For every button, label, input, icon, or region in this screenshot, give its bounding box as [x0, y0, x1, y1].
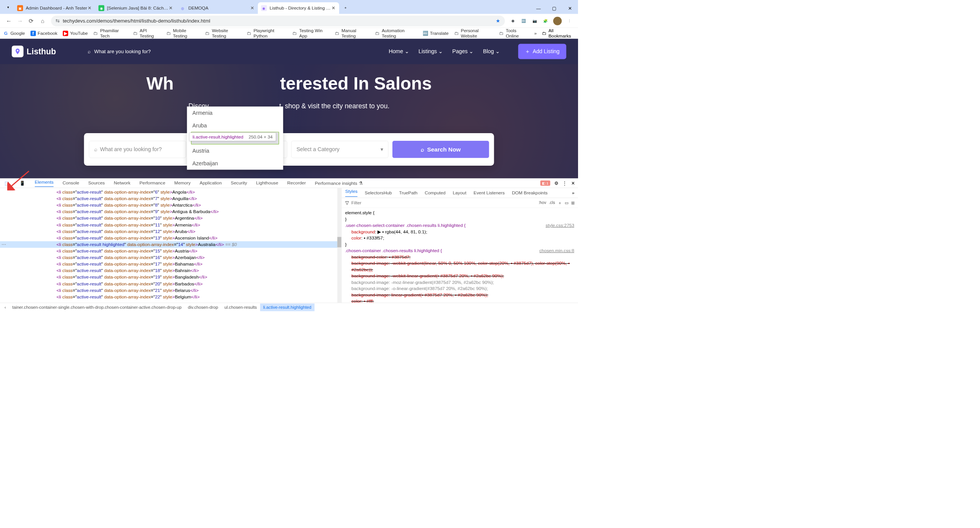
bookmark-star-icon[interactable]: ★: [496, 18, 500, 24]
puzzle-icon[interactable]: 🧩: [540, 15, 551, 26]
nav-pages[interactable]: Pages⌄: [452, 48, 473, 55]
search-now-button[interactable]: ⌕Search Now: [392, 141, 489, 158]
tab-console[interactable]: Console: [63, 181, 79, 186]
site-info-icon[interactable]: ⇆: [56, 18, 60, 24]
bookmark-google[interactable]: GGoogle: [3, 31, 25, 36]
nav-listings[interactable]: Listings⌄: [418, 48, 443, 55]
more-icon[interactable]: ⋮: [562, 181, 567, 186]
browser-tab-0[interactable]: ▣ Admin Dashboard - Anh Tester ✕: [14, 2, 95, 14]
back-button[interactable]: ←: [3, 15, 14, 26]
dropdown-item[interactable]: Austria: [187, 144, 283, 157]
bookmark-folder[interactable]: 🗀Playwright Python: [247, 28, 287, 38]
scrollbar[interactable]: [337, 188, 341, 303]
bookmark-folder[interactable]: 🗀Mobile Testing: [166, 28, 199, 38]
computed-icon[interactable]: ▭: [565, 200, 568, 205]
more-icon[interactable]: »: [572, 190, 575, 196]
home-button[interactable]: ⌂: [37, 15, 48, 26]
breadcrumb-item-active[interactable]: li.active-result.highlighted: [260, 303, 314, 311]
tab-network[interactable]: Network: [114, 181, 130, 186]
bookmark-folder[interactable]: 🗀API Testing: [133, 28, 161, 38]
bookmark-folder[interactable]: 🗀Tools Online: [499, 28, 529, 38]
tab-application[interactable]: Application: [200, 181, 222, 186]
site-header: Listhub ⌕ What are you looking for? Home…: [0, 39, 578, 64]
devtools-tabs: ⬚ 📱 Elements Console Sources Network Per…: [0, 179, 578, 188]
tab-styles[interactable]: Styles: [345, 189, 358, 197]
close-icon[interactable]: ✕: [250, 6, 255, 11]
tab-selectorshub[interactable]: SelectorsHub: [365, 190, 392, 196]
minimize-button[interactable]: —: [531, 3, 546, 14]
nav-blog[interactable]: Blog⌄: [483, 48, 500, 55]
breadcrumb-item[interactable]: tainer.chosen-container-single.chosen-wi…: [9, 303, 185, 311]
forward-button[interactable]: →: [15, 15, 26, 26]
elements-tree[interactable]: <li class="active-result" data-option-ar…: [0, 188, 341, 303]
nav-home[interactable]: Home⌄: [389, 48, 409, 55]
new-rule-icon[interactable]: ＋: [558, 200, 562, 205]
bookmark-folder[interactable]: 🗀Manual Testing: [335, 28, 369, 38]
filter-input[interactable]: [351, 200, 536, 205]
tab-sources[interactable]: Sources: [88, 181, 105, 186]
header-search[interactable]: ⌕ What are you looking for?: [88, 49, 151, 54]
error-badge[interactable]: ◧ 1: [540, 181, 550, 186]
bookmark-folder[interactable]: 🗀Website Testing: [205, 28, 242, 38]
profile-avatar[interactable]: [553, 16, 562, 25]
tab-lighthouse[interactable]: Lighthouse: [256, 181, 278, 186]
toggle-icon[interactable]: ⊞: [571, 200, 575, 205]
close-icon[interactable]: ✕: [87, 6, 92, 11]
close-devtools-icon[interactable]: ✕: [571, 181, 575, 186]
tab-eventlisteners[interactable]: Event Listeners: [474, 190, 505, 196]
hov-toggle[interactable]: :hov: [539, 200, 546, 205]
tab-title: Admin Dashboard - Anh Tester: [26, 5, 87, 11]
tab-performance[interactable]: Performance: [139, 181, 165, 186]
tab-insights[interactable]: Performance insights ⚗: [315, 181, 363, 186]
extensions-icon[interactable]: ⬢: [508, 15, 518, 26]
tab-security[interactable]: Security: [231, 181, 247, 186]
address-bar[interactable]: ⇆ techydevs.com/demos/themes/html/listhu…: [51, 15, 505, 26]
bookmark-folder[interactable]: 🗀Personal Website: [454, 28, 493, 38]
tab-truepath[interactable]: TruePath: [399, 190, 417, 196]
reload-button[interactable]: ⟳: [26, 15, 37, 26]
translate-icon[interactable]: 🔤: [518, 15, 529, 26]
close-icon[interactable]: ✕: [331, 6, 336, 11]
add-listing-button[interactable]: ＋Add Listing: [518, 44, 566, 59]
maximize-button[interactable]: ▢: [546, 3, 562, 14]
chevron-down-icon: ⌄: [469, 48, 474, 55]
menu-icon[interactable]: ⋮: [564, 15, 575, 26]
tab-computed[interactable]: Computed: [425, 190, 445, 196]
bookmarks-overflow[interactable]: »: [534, 31, 537, 36]
browser-tab-3[interactable]: ◉ Listhub - Directory & Listing HTML5 T.…: [258, 2, 339, 14]
tab-elements[interactable]: Elements: [35, 179, 54, 187]
category-select[interactable]: Select a Category▾: [291, 141, 389, 158]
search-input[interactable]: ⌕What are you looking for?: [89, 141, 186, 158]
lens-icon[interactable]: 📷: [529, 15, 540, 26]
dropdown-item[interactable]: Aruba: [187, 119, 283, 132]
bookmark-translate[interactable]: 🔤Translate: [423, 31, 449, 36]
cls-toggle[interactable]: .cls: [549, 200, 555, 205]
browser-tab-2[interactable]: ◎ DEMOQA ✕: [176, 2, 258, 14]
tab-recorder[interactable]: Recorder: [287, 181, 306, 186]
breadcrumb-item[interactable]: div.chosen-drop: [185, 303, 221, 311]
bookmark-folder[interactable]: 🗀Phamiliar Tech: [93, 28, 127, 38]
chevron-down-icon: ⌄: [438, 48, 443, 55]
bookmark-folder[interactable]: 🗀Testing Win App: [292, 28, 329, 38]
bookmark-youtube[interactable]: ▶YouTube: [63, 31, 88, 36]
breadcrumb-prev[interactable]: ‹: [2, 303, 9, 311]
tab-search-icon[interactable]: ▾: [4, 3, 12, 11]
close-icon[interactable]: ✕: [168, 6, 173, 11]
logo[interactable]: Listhub: [12, 46, 56, 57]
css-rules[interactable]: element.style { } .user-chosen-select-co…: [341, 208, 578, 303]
tab-memory[interactable]: Memory: [174, 181, 191, 186]
browser-tab-1[interactable]: ◉ [Selenium Java] Bài 8: Cách xử lý Drop…: [95, 2, 176, 14]
dropdown-item[interactable]: Armenia: [187, 106, 283, 119]
breadcrumb-item[interactable]: ul.chosen-results: [221, 303, 260, 311]
bookmark-facebook[interactable]: fFacebook: [30, 31, 57, 36]
bookmark-folder[interactable]: 🗀Automation Testing: [375, 28, 417, 38]
all-bookmarks-button[interactable]: 🗀All Bookmarks: [542, 28, 575, 38]
tab-dombreakpoints[interactable]: DOM Breakpoints: [512, 190, 547, 196]
dropdown-item[interactable]: Azerbaijan: [187, 157, 283, 170]
browser-titlebar: ▾ ▣ Admin Dashboard - Anh Tester ✕ ◉ [Se…: [0, 0, 578, 14]
new-tab-button[interactable]: ＋: [341, 3, 350, 12]
logo-text: Listhub: [27, 47, 56, 56]
close-window-button[interactable]: ✕: [562, 3, 578, 14]
tab-layout[interactable]: Layout: [453, 190, 466, 196]
gear-icon[interactable]: ⚙: [554, 181, 559, 186]
